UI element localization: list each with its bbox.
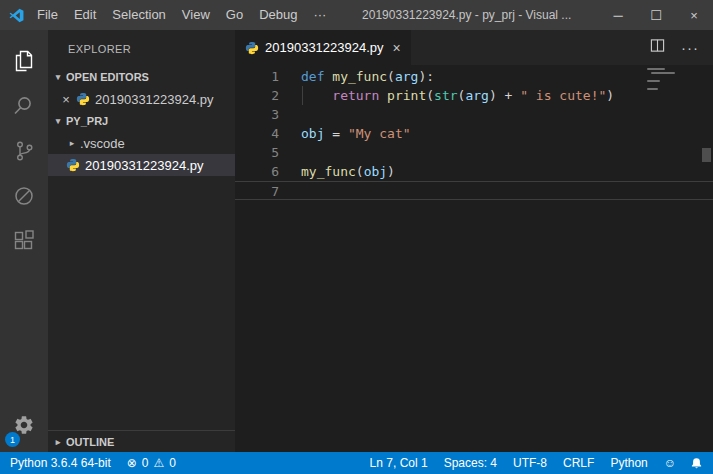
code-text: return print(str(arg) + " is cute!")	[279, 86, 614, 105]
close-editor-icon[interactable]: ×	[58, 92, 74, 107]
status-bar-left: Python 3.6.4 64-bit ⊗ 0 ⚠ 0	[0, 452, 184, 474]
title-bar: File Edit Selection View Go Debug ··· 20…	[0, 0, 713, 30]
maximize-button[interactable]: ☐	[637, 0, 675, 30]
menu-debug[interactable]: Debug	[251, 0, 305, 30]
code-text	[279, 143, 301, 162]
chevron-right-icon: ▸	[64, 138, 80, 148]
line-number: 4	[235, 124, 279, 143]
code-editor[interactable]: 1def my_func(arg):2 return print(str(arg…	[235, 65, 713, 452]
code-line[interactable]: 1def my_func(arg):	[235, 67, 713, 86]
vscode-window: File Edit Selection View Go Debug ··· 20…	[0, 0, 713, 474]
warning-count: 0	[169, 456, 176, 470]
code-line-current[interactable]: 7	[235, 181, 713, 200]
python-file-icon	[76, 92, 90, 106]
outline-header[interactable]: ▸ OUTLINE	[48, 430, 235, 452]
explorer-icon[interactable]	[0, 38, 48, 83]
settings-gear-icon[interactable]: 1	[0, 404, 48, 446]
editor-group: 20190331223924.py × ··· 1def my_func(arg…	[235, 30, 713, 452]
line-number: 1	[235, 67, 279, 86]
file-item-selected[interactable]: 20190331223924.py	[48, 154, 235, 176]
indent-guide	[302, 86, 303, 105]
activity-bar: 1	[0, 30, 48, 452]
scrollbar-thumb[interactable]	[702, 148, 711, 162]
minimap[interactable]	[647, 68, 673, 92]
split-editor-icon[interactable]	[650, 38, 665, 57]
warning-icon: ⚠	[153, 457, 164, 469]
debug-icon[interactable]	[0, 173, 48, 218]
problems-indicator[interactable]: ⊗ 0 ⚠ 0	[119, 452, 184, 474]
chevron-down-icon: ▾	[50, 72, 66, 82]
workbench: 1 EXPLORER ▾ OPEN EDITORS × 201903312239…	[0, 30, 713, 452]
project-folder-header[interactable]: ▾ PY_PRJ	[48, 110, 235, 132]
menu-edit[interactable]: Edit	[66, 0, 104, 30]
python-file-icon	[66, 158, 80, 172]
project-folder-label: PY_PRJ	[66, 115, 108, 127]
file-name: 20190331223924.py	[85, 158, 204, 173]
encoding-setting[interactable]: UTF-8	[505, 452, 555, 474]
menu-file[interactable]: File	[29, 0, 66, 30]
settings-badge: 1	[5, 432, 20, 447]
menu-more-icon[interactable]: ···	[305, 0, 334, 30]
open-editors-label: OPEN EDITORS	[66, 71, 149, 83]
status-bar-right: Ln 7, Col 1 Spaces: 4 UTF-8 CRLF Python …	[360, 452, 713, 474]
editor-more-actions-icon[interactable]: ···	[681, 40, 699, 55]
code-text	[279, 105, 301, 124]
outline-label: OUTLINE	[66, 436, 114, 448]
python-interpreter[interactable]: Python 3.6.4 64-bit	[0, 452, 119, 474]
code-text: obj = "My cat"	[279, 124, 411, 143]
search-icon[interactable]	[0, 83, 48, 128]
code-text: def my_func(arg):	[279, 67, 434, 86]
error-icon: ⊗	[127, 457, 137, 469]
code-line[interactable]: 5	[235, 143, 713, 162]
minimize-button[interactable]: ─	[599, 0, 637, 30]
code-line[interactable]: 3	[235, 105, 713, 124]
indentation-setting[interactable]: Spaces: 4	[436, 452, 505, 474]
line-number: 7	[235, 182, 279, 199]
menu-bar: File Edit Selection View Go Debug ···	[29, 0, 334, 30]
error-count: 0	[142, 456, 149, 470]
menu-go[interactable]: Go	[218, 0, 251, 30]
source-control-icon[interactable]	[0, 128, 48, 173]
sidebar-title: EXPLORER	[48, 30, 235, 66]
line-number: 5	[235, 143, 279, 162]
tab-label: 20190331223924.py	[265, 40, 384, 55]
line-number: 6	[235, 162, 279, 181]
notifications-bell-icon[interactable]	[684, 452, 713, 474]
line-number: 3	[235, 105, 279, 124]
open-editors-header[interactable]: ▾ OPEN EDITORS	[48, 66, 235, 88]
cursor-position[interactable]: Ln 7, Col 1	[360, 452, 436, 474]
explorer-sidebar: EXPLORER ▾ OPEN EDITORS × 20190331223924…	[48, 30, 235, 452]
code-line[interactable]: 4obj = "My cat"	[235, 124, 713, 143]
feedback-smiley-icon[interactable]: ☺	[656, 452, 684, 474]
tab-bar: 20190331223924.py × ···	[235, 30, 713, 65]
code-text: my_func(obj)	[279, 162, 395, 181]
editor-actions: ···	[650, 30, 713, 65]
python-file-icon	[245, 41, 259, 55]
vscode-logo-icon	[9, 8, 24, 23]
close-window-button[interactable]: ×	[675, 0, 713, 30]
menu-view[interactable]: View	[174, 0, 218, 30]
open-editor-file-name: 20190331223924.py	[95, 92, 214, 107]
menu-selection[interactable]: Selection	[104, 0, 173, 30]
folder-name: .vscode	[80, 136, 125, 151]
code-line[interactable]: 2 return print(str(arg) + " is cute!")	[235, 86, 713, 105]
chevron-down-icon: ▾	[50, 116, 66, 126]
code-text	[279, 182, 301, 199]
close-tab-icon[interactable]: ×	[393, 40, 401, 56]
language-mode[interactable]: Python	[602, 452, 655, 474]
line-number: 2	[235, 86, 279, 105]
code-lines: 1def my_func(arg):2 return print(str(arg…	[235, 67, 713, 200]
tab-active[interactable]: 20190331223924.py ×	[235, 30, 411, 65]
folder-item-vscode[interactable]: ▸ .vscode	[48, 132, 235, 154]
window-title: 20190331223924.py - py_prj - Visual ...	[334, 8, 599, 22]
status-bar: Python 3.6.4 64-bit ⊗ 0 ⚠ 0 Ln 7, Col 1 …	[0, 452, 713, 474]
chevron-right-icon: ▸	[50, 437, 66, 447]
extensions-icon[interactable]	[0, 218, 48, 263]
eol-setting[interactable]: CRLF	[555, 452, 602, 474]
window-controls: ─ ☐ ×	[599, 0, 713, 30]
code-line[interactable]: 6my_func(obj)	[235, 162, 713, 181]
open-editor-item[interactable]: × 20190331223924.py	[48, 88, 235, 110]
